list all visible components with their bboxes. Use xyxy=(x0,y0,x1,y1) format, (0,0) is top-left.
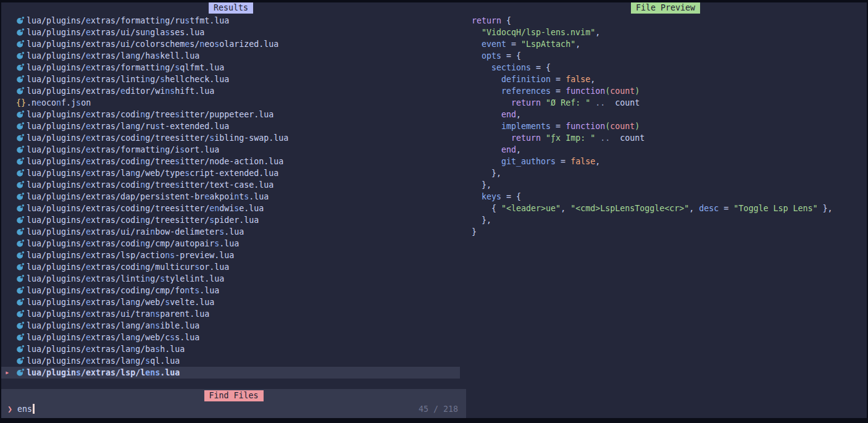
result-row[interactable]: lua/plugins/extras/lang/rust-extended.lu… xyxy=(1,120,460,132)
result-row[interactable]: lua/plugins/extras/coding/treesitter/nod… xyxy=(1,156,460,167)
result-row[interactable]: lua/plugins/extras/formatting/isort.lua xyxy=(1,144,460,156)
preview-code: return { "VidocqH/lsp-lens.nvim", event … xyxy=(466,1,867,238)
path-text: velte.lua xyxy=(170,298,214,307)
code-token: count xyxy=(620,133,645,143)
path-text: e.lua xyxy=(239,204,264,213)
result-row[interactable]: lua/plugins/extras/coding/cmp/fonts.lua xyxy=(1,285,460,296)
result-row[interactable]: lua/plugins/extras/dap/persistent-breakp… xyxy=(1,191,460,203)
result-row[interactable]: lua/plugins/extras/coding/cmp/autopairs.… xyxy=(1,238,460,249)
path-text: g/multicur xyxy=(145,262,194,272)
selection-caret-icon: ▸ xyxy=(5,367,9,379)
path-text: xtras/codi xyxy=(91,180,140,190)
path-text: -preview.lua xyxy=(175,251,234,260)
match-highlight: s xyxy=(160,274,165,283)
result-row[interactable]: lua/plugins/extras/lang/haskell.lua xyxy=(1,50,460,62)
code-token: , xyxy=(590,75,595,84)
preview-panel-title: File Preview xyxy=(631,2,700,14)
code-token: "VidocqH/lsp-lens.nvim" xyxy=(482,28,595,37)
code-token xyxy=(472,157,501,166)
result-row[interactable]: {}.neoconf.json xyxy=(1,97,460,109)
path-text: g/ xyxy=(150,274,160,283)
path-text: cript-extended.lua xyxy=(190,169,278,178)
path-text: g/treesitter/ xyxy=(145,216,209,225)
match-highlight: e xyxy=(86,298,91,307)
path-text: xtras/codi xyxy=(91,110,140,119)
result-row[interactable]: lua/plugins/extras/linting/shellcheck.lu… xyxy=(1,73,460,85)
match-highlight: e xyxy=(86,251,91,260)
result-row[interactable]: lua/plugins/extras/lang/web/css.lua xyxy=(1,332,460,343)
code-line: git_authors = false, xyxy=(472,156,867,167)
code-line: }, xyxy=(472,167,867,179)
code-token: , xyxy=(516,145,521,154)
result-row[interactable]: lua/plugins/extras/editor/winshift.lua xyxy=(1,85,460,97)
result-row[interactable]: lua/plugins/extras/lang/bash.lua xyxy=(1,343,460,355)
path-text: h.lua xyxy=(160,345,185,354)
path-text: g/ xyxy=(135,356,145,366)
code-line: implements = function(count) xyxy=(472,120,867,132)
result-row[interactable]: lua/plugins/extras/ui/transparent.lua xyxy=(1,308,460,320)
code-token: end xyxy=(501,145,516,154)
path-text: ql.lua xyxy=(150,356,180,366)
match-highlight: n xyxy=(145,28,150,37)
text-cursor-icon xyxy=(33,404,35,414)
code-token: , xyxy=(689,204,699,213)
code-token: = xyxy=(719,204,733,213)
result-row[interactable]: lua/plugins/extras/coding/treesitter/sib… xyxy=(1,132,460,144)
code-token: ( xyxy=(605,86,610,96)
result-row[interactable]: lua/plugins/extras/lang/web/typescript-e… xyxy=(1,167,460,179)
match-highlight: s xyxy=(76,368,81,377)
path-text: g/tree xyxy=(145,157,175,166)
result-row[interactable]: lua/plugins/extras/ui/rainbow-delimeters… xyxy=(1,226,460,238)
path-text: akpoi xyxy=(209,192,234,201)
path-text: lua/plugins/ xyxy=(27,298,86,307)
path-text: g/tree xyxy=(145,110,175,119)
code-token xyxy=(472,98,511,107)
match-highlight: s xyxy=(160,75,165,84)
code-token: }, xyxy=(472,216,491,225)
result-row[interactable]: lua/plugins/extras/ui/colorschemes/neoso… xyxy=(1,38,460,50)
match-highlight: e xyxy=(86,169,91,178)
path-text: lua/plugins/extras/ xyxy=(27,86,120,96)
match-highlight: e xyxy=(86,16,91,25)
result-row[interactable]: lua/plugins/extras/lang/sql.lua xyxy=(1,355,460,367)
path-text: /extras/lsp/l xyxy=(81,368,145,377)
match-highlight: e xyxy=(185,40,190,49)
result-row[interactable]: lua/plugins/extras/coding/treesitter/tex… xyxy=(1,179,460,191)
path-text: lua/plugins/ xyxy=(27,286,86,295)
path-text: xtras/la xyxy=(91,333,130,342)
result-row[interactable]: lua/plugins/extras/lang/web/svelte.lua xyxy=(1,296,460,308)
path-text: lua/plugins/ xyxy=(27,122,86,131)
result-row[interactable]: lua/plugins/extras/coding/treesitter/end… xyxy=(1,203,460,214)
path-text: lua/plugins/ xyxy=(27,180,86,190)
result-row[interactable]: lua/plugins/extras/coding/treesitter/pup… xyxy=(1,109,460,120)
result-row[interactable]: lua/plugins/extras/coding/treesitter/spi… xyxy=(1,214,460,226)
code-token: end xyxy=(501,110,516,119)
result-row[interactable]: lua/plugins/extras/formatting/sqlfmt.lua xyxy=(1,62,460,73)
result-row[interactable]: lua/plugins/extras/linting/stylelint.lua xyxy=(1,273,460,285)
match-highlight: e xyxy=(86,28,91,37)
result-row[interactable]: ▸lua/plugins/extras/lsp/lens.lua xyxy=(1,367,460,379)
match-highlight: e xyxy=(36,98,41,107)
result-row[interactable]: lua/plugins/extras/lsp/actions-preview.l… xyxy=(1,249,460,261)
path-text: hift.lua xyxy=(175,86,214,96)
path-text: xtras/linti xyxy=(91,274,145,283)
match-highlight: n xyxy=(130,169,135,178)
prompt-input[interactable]: ens xyxy=(17,403,35,415)
match-highlight: ns xyxy=(165,251,175,260)
result-row[interactable]: lua/plugins/extras/formatting/rustfmt.lu… xyxy=(1,15,460,27)
path-text: pider.lua xyxy=(214,216,259,225)
code-line: definition = false, xyxy=(472,73,867,85)
code-token: false xyxy=(565,75,590,84)
result-row[interactable]: lua/plugins/extras/ui/sunglasses.lua xyxy=(1,27,460,38)
code-token: = xyxy=(506,40,521,49)
code-token: desc xyxy=(699,204,719,213)
code-token: = xyxy=(551,122,565,131)
result-row[interactable]: lua/plugins/extras/coding/multicursor.lu… xyxy=(1,261,460,273)
path-text: xtras/codi xyxy=(91,157,140,166)
result-row[interactable]: lua/plugins/extras/lang/ansible.lua xyxy=(1,320,460,332)
path-text: g/ru xyxy=(165,16,185,25)
path-text: g/treesitter/ xyxy=(145,133,209,143)
code-token xyxy=(595,133,600,143)
path-text: lua/plugins/extras/dap/persistent-br xyxy=(27,192,204,201)
path-text: xtras/formatti xyxy=(91,16,160,25)
